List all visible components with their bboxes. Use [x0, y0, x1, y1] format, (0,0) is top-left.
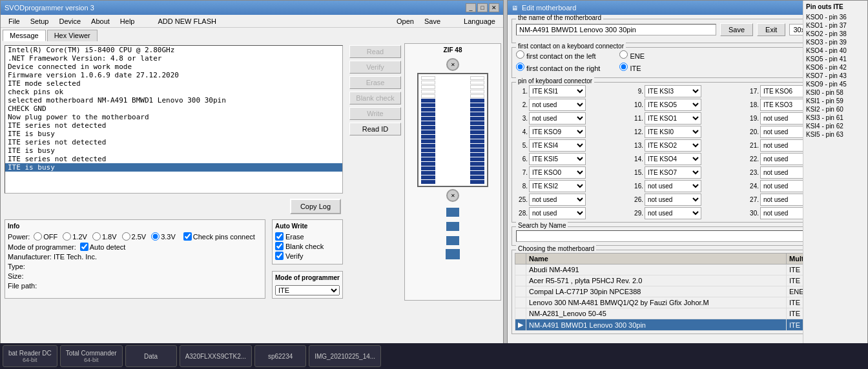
ene-radio[interactable]: ENE: [619, 50, 645, 60]
write-button[interactable]: Write: [349, 107, 401, 120]
row-arrow: [515, 264, 526, 275]
taskbar: bat Reader DC64-bitTotal Commander64-bit…: [0, 343, 868, 369]
copy-log-button[interactable]: Copy Log: [290, 199, 341, 214]
zif-pin-left: [421, 81, 435, 85]
auto-detect[interactable]: Auto detect: [80, 243, 126, 251]
autowrite-panel: Auto Write Erase Blank check Verify: [272, 219, 343, 264]
taskbar-item[interactable]: A320FLXXS9CTK2...: [180, 345, 253, 367]
menu-about[interactable]: About: [86, 16, 115, 26]
save-button[interactable]: Save: [720, 23, 753, 36]
pin-out-item: KSO5 - pin 41: [806, 55, 865, 63]
read-button[interactable]: Read: [349, 45, 401, 58]
menu-file[interactable]: File: [3, 16, 25, 26]
zif-pin-right: [470, 76, 484, 80]
pin-row-item: 12.ITE KSI0: [632, 126, 743, 138]
pin-select[interactable]: not used: [529, 99, 586, 111]
check-pins-connect[interactable]: Check pins connect: [183, 232, 255, 241]
menu-device[interactable]: Device: [54, 16, 86, 26]
menu-help[interactable]: Help: [115, 16, 140, 26]
pin-select[interactable]: ITE KSI2: [529, 180, 586, 192]
verify-button[interactable]: Verify: [349, 61, 401, 74]
autowrite-title: Auto Write: [275, 223, 340, 230]
power-3v3[interactable]: 3.3V: [151, 232, 176, 241]
pin-select[interactable]: not used: [645, 207, 701, 219]
svod-title: SVODprogrammer version 3: [5, 4, 94, 12]
svod-middle: Read Verify Erase Blank check Write Read…: [347, 43, 501, 301]
pin-out-item: KSO0 - pin 36: [806, 13, 865, 21]
menu-setup[interactable]: Setup: [25, 16, 54, 26]
pin-select[interactable]: not used: [529, 112, 586, 125]
svod-maximize-btn[interactable]: □: [477, 3, 488, 12]
erase-button[interactable]: Erase: [349, 76, 401, 89]
log-line: Intel(R) Core(TM) i5-8400 CPU @ 2.80GHz: [5, 46, 342, 54]
pin-select[interactable]: ITE KSO4: [645, 153, 701, 165]
taskbar-item[interactable]: Data: [125, 345, 177, 367]
power-2v5[interactable]: 2.5V: [122, 232, 147, 241]
contact-left-radio[interactable]: first contact on the left: [516, 50, 600, 60]
pin-select[interactable]: ITE KSO1: [645, 112, 701, 125]
power-off[interactable]: OFF: [34, 232, 57, 241]
taskbar-item[interactable]: bat Reader DC64-bit: [3, 345, 57, 367]
zif-pin-left: [421, 94, 435, 98]
menu-addflash[interactable]: ADD NEW FLASH: [152, 16, 221, 26]
row-arrow: [515, 275, 526, 286]
taskbar-item[interactable]: Total Commander64-bit: [60, 345, 123, 367]
taskbar-item[interactable]: IMG_20210225_14...: [309, 345, 381, 367]
pin-row-item: 7.ITE KSO0: [516, 166, 628, 179]
autowrite-verify[interactable]: Verify: [275, 252, 340, 260]
pin-row-item: 5.ITE KSI4: [516, 139, 628, 152]
contact-right-radio[interactable]: first contact on the right: [516, 63, 600, 72]
zif-pin-right: [470, 130, 484, 134]
pin-select[interactable]: ITE KSI3: [645, 85, 701, 97]
pin-select[interactable]: ITE KSI0: [645, 126, 701, 138]
pin-number: 27.: [747, 196, 759, 203]
pin-number: 28.: [516, 210, 528, 217]
tab-hex-viewer[interactable]: Hex Viewer: [47, 30, 98, 41]
motherboard-name-input[interactable]: [516, 24, 716, 35]
pin-select[interactable]: ITE KSI5: [529, 153, 586, 165]
power-1v2[interactable]: 1.2V: [63, 232, 87, 241]
log-area[interactable]: Intel(R) Core(TM) i5-8400 CPU @ 2.80GHz.…: [5, 45, 343, 194]
zif-indicator-3: [446, 236, 459, 245]
pin-select[interactable]: ITE KSO7: [645, 166, 701, 179]
menu-open[interactable]: Open: [391, 16, 419, 26]
pin-select[interactable]: ITE KSI1: [529, 85, 586, 97]
blank-check-button[interactable]: Blank check: [349, 92, 401, 105]
size-row: Size:: [8, 272, 262, 280]
pin-select[interactable]: ITE KSO0: [529, 166, 586, 179]
read-id-button[interactable]: Read ID: [349, 123, 401, 135]
pin-select[interactable]: not used: [529, 207, 586, 219]
taskbar-item[interactable]: sp62234: [254, 345, 306, 367]
taskbar-label: Total Commander: [66, 350, 117, 357]
pin-select[interactable]: not used: [645, 180, 701, 192]
search-input[interactable]: [516, 230, 807, 242]
pin-select[interactable]: not used: [645, 194, 701, 206]
pin-row-item: 11.ITE KSO1: [632, 112, 743, 125]
pin-select[interactable]: ITE KSO2: [645, 139, 701, 152]
pin-number: 4.: [516, 128, 528, 135]
autowrite-blank-check[interactable]: Blank check: [275, 242, 340, 250]
svod-minimize-btn[interactable]: _: [466, 3, 476, 12]
pin-number: 8.: [516, 183, 528, 190]
ite-radio[interactable]: ITE: [619, 63, 645, 72]
tab-message[interactable]: Message: [3, 30, 46, 41]
pin-row-item: 2.not used: [516, 99, 628, 111]
autowrite-erase[interactable]: Erase: [275, 232, 340, 241]
svod-close-btn[interactable]: ✕: [489, 3, 499, 12]
pin-select[interactable]: ITE KSI4: [529, 139, 586, 152]
power-1v8[interactable]: 1.8V: [92, 232, 117, 241]
pin-select[interactable]: ITE KSO5: [645, 99, 701, 111]
pin-select[interactable]: ITE KSO9: [529, 126, 586, 138]
zif-pin-left: [421, 117, 435, 121]
mode-programmer-select[interactable]: ITE ENE AUTO: [275, 285, 340, 295]
menu-language[interactable]: Language: [459, 16, 501, 26]
taskbar-sublabel: 64-bit: [23, 357, 37, 363]
info-title: Info: [8, 223, 262, 230]
pin-select[interactable]: not used: [529, 194, 586, 206]
log-line: ITE series not detected: [5, 121, 342, 130]
pin-row-item: 3.not used: [516, 112, 628, 125]
exit-button[interactable]: Exit: [757, 23, 785, 36]
row-arrow: [515, 297, 526, 308]
pin-out-item: KSI5 - pin 63: [806, 130, 865, 139]
menu-save[interactable]: Save: [419, 16, 446, 26]
